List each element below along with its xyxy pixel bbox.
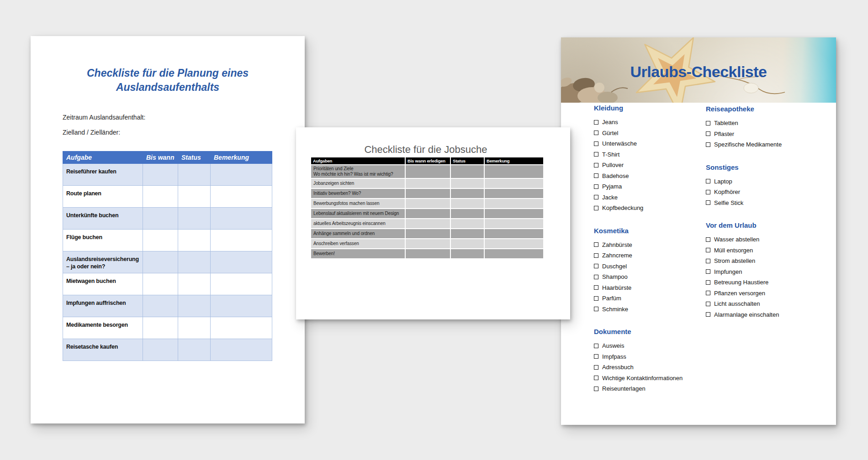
- checklist-item-label: Impfungen: [714, 268, 742, 275]
- bis-wann-cell-empty: [143, 186, 178, 208]
- status-cell-empty: [451, 229, 484, 238]
- checkbox-icon: [706, 200, 710, 205]
- checkbox-icon: [594, 285, 598, 290]
- checklist-item: Alarmanlage einschalten: [706, 309, 827, 320]
- status-cell-empty: [451, 239, 484, 248]
- checklist-item: Zahnbürste: [594, 240, 701, 251]
- bis-wann-cell-empty: [143, 339, 178, 361]
- bemerkung-cell-empty: [211, 295, 272, 317]
- task-cell: Initiativ bewerben? Wo?: [311, 189, 405, 198]
- bemerkung-cell-empty: [485, 199, 543, 208]
- checklist-item-label: Schminke: [602, 306, 628, 313]
- bis-wann-cell-empty: [406, 229, 450, 238]
- task-cell: Route planen: [63, 186, 143, 208]
- checklist-item: Wichtige Kontaktinformationen: [594, 373, 701, 384]
- checkbox-icon: [594, 296, 598, 301]
- checkbox-icon: [594, 344, 598, 348]
- checkbox-icon: [594, 264, 598, 268]
- checklist-item-label: Pullover: [602, 162, 624, 168]
- checkbox-icon: [706, 280, 710, 285]
- bemerkung-cell-empty: [485, 249, 543, 258]
- table-row: aktuelles Arbeitszeugnis einscannen: [311, 219, 543, 228]
- abroad-column-header: Bemerkung: [211, 152, 272, 164]
- table-row: Bewerben!: [311, 249, 543, 258]
- table-row: Initiativ bewerben? Wo?: [311, 189, 543, 198]
- checklist-item-label: Licht ausschalten: [714, 300, 760, 307]
- bis-wann-cell-empty: [143, 208, 178, 230]
- vacation-right-column: ReiseapothekeTablettenPflasterSpezifisch…: [706, 105, 827, 333]
- checklist-item: Tabletten: [706, 118, 827, 129]
- checkbox-icon: [706, 302, 710, 306]
- checklist-item: Pflaster: [706, 129, 827, 140]
- checklist-item-label: Alarmanlage einschalten: [714, 311, 779, 318]
- checklist-item: Gürtel: [594, 128, 701, 139]
- checklist-item-label: Unterwäsche: [602, 140, 637, 147]
- checklist-item: Unterwäsche: [594, 138, 701, 149]
- checkbox-icon: [594, 184, 598, 189]
- bis-wann-cell-empty: [406, 209, 450, 218]
- bemerkung-cell-empty: [211, 230, 272, 251]
- bemerkung-cell-empty: [485, 165, 543, 178]
- checklist-item-label: Reiseunterlagen: [602, 385, 646, 392]
- table-row: Reiseführer kaufen: [63, 164, 272, 186]
- bemerkung-cell-empty: [485, 229, 543, 238]
- task-cell: Reisetasche kaufen: [63, 339, 143, 361]
- table-row: Auslandsreiseversicherung – ja oder nein…: [63, 251, 272, 273]
- checklist-item: Pullover: [594, 160, 701, 171]
- checklist-item-label: Zahnbürste: [602, 241, 632, 248]
- bis-wann-cell-empty: [406, 199, 450, 208]
- bis-wann-cell-empty: [143, 251, 178, 273]
- checklist-item-label: Impfpass: [602, 353, 626, 360]
- bis-wann-cell-empty: [143, 164, 178, 186]
- abroad-title-line-2: Auslandsaufenthalts: [31, 80, 305, 94]
- vacation-section: ReiseapothekeTablettenPflasterSpezifisch…: [706, 105, 827, 150]
- checklist-item: Licht ausschalten: [706, 298, 827, 309]
- bis-wann-cell-empty: [406, 179, 450, 188]
- checkbox-icon: [594, 173, 598, 178]
- checklist-item: Duschgel: [594, 261, 701, 272]
- status-cell-empty: [178, 339, 211, 361]
- checkbox-icon: [706, 179, 710, 183]
- task-cell: Lebenslauf aktualisieren mit neuem Desig…: [311, 209, 405, 218]
- checklist-item: Pflanzen versorgen: [706, 288, 827, 299]
- bemerkung-cell-empty: [485, 239, 543, 248]
- table-row: Unterkünfte buchen: [63, 208, 272, 230]
- table-row: Bewerbungsfotos machen lassen: [311, 199, 543, 208]
- job-column-header: Bis wann erledigen: [406, 157, 450, 164]
- section-heading: Reiseapotheke: [706, 105, 827, 113]
- beach-header-image: Urlaubs-Checkliste: [561, 37, 836, 103]
- task-cell: Bewerbungsfotos machen lassen: [311, 199, 405, 208]
- task-line: aktuelles Arbeitszeugnis einscannen: [313, 221, 402, 226]
- task-cell: Medikamente besorgen: [63, 317, 143, 339]
- checklist-item: Wasser abstellen: [706, 234, 827, 245]
- table-row: Route planen: [63, 186, 272, 208]
- bis-wann-cell-empty: [406, 165, 450, 178]
- bemerkung-cell-empty: [485, 219, 543, 228]
- checklist-item: Pyjama: [594, 181, 701, 192]
- task-cell: Auslandsreiseversicherung – ja oder nein…: [63, 251, 143, 273]
- job-checklist-document: Checkliste für die Jobsuche AufgabenBis …: [296, 127, 570, 319]
- bis-wann-cell-empty: [143, 273, 178, 295]
- white-shell-illustration: [743, 82, 759, 94]
- status-cell-empty: [451, 199, 484, 208]
- checkbox-icon: [594, 206, 598, 210]
- task-line: Initiativ bewerben? Wo?: [313, 191, 402, 196]
- vacation-section: KosmetikaZahnbürsteZahncremeDuschgelSham…: [594, 227, 701, 315]
- task-cell: Reiseführer kaufen: [63, 164, 143, 186]
- vacation-section: Vor dem UrlaubWasser abstellenMüll entso…: [706, 221, 827, 320]
- task-cell: Prioritäten und ZieleWo möchte ich hin? …: [311, 165, 405, 178]
- checklist-item: Adressbuch: [594, 362, 701, 373]
- checklist-item-label: Wasser abstellen: [714, 236, 759, 243]
- bemerkung-cell-empty: [211, 317, 272, 339]
- table-row: Flüge buchen: [63, 230, 272, 251]
- checklist-item: Kopfbedeckung: [594, 203, 701, 214]
- checkbox-icon: [594, 141, 598, 146]
- checklist-item-label: Adressbuch: [602, 364, 634, 371]
- checklist-item: Shampoo: [594, 272, 701, 282]
- checklist-item-label: T-Shirt: [602, 151, 619, 158]
- checkbox-icon: [594, 120, 598, 125]
- checklist-item: Kopfhörer: [706, 187, 827, 198]
- task-line: Anschreiben verfassen: [313, 241, 402, 246]
- bis-wann-cell-empty: [406, 219, 450, 228]
- task-cell: Anhänge sammeln und ordnen: [311, 229, 405, 238]
